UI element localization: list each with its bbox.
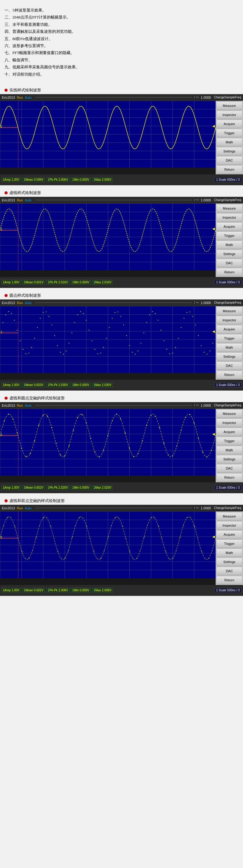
run-label: Run [17, 96, 23, 99]
svg-point-174 [112, 420, 113, 421]
svg-point-236 [43, 517, 44, 518]
scope-btn-acquire[interactable]: Acquire [216, 222, 242, 231]
scope-btn-return[interactable]: Return [216, 268, 242, 276]
scope-btn-trigger[interactable]: Trigger [216, 334, 242, 343]
svg-point-261 [104, 550, 104, 551]
scope-btn-settings[interactable]: Settings [216, 352, 242, 361]
svg-point-264 [111, 525, 112, 526]
scope-btn-inspector[interactable]: Inspector [216, 521, 242, 530]
svg-point-179 [133, 456, 134, 457]
stat-cell: 1Mean 0.602V [22, 485, 45, 490]
svg-point-121 [192, 316, 193, 316]
scope-btn-dac[interactable]: DAC [216, 156, 242, 165]
stat-cell: 1Mean 0.603V [22, 382, 45, 388]
stat-cell: 1Min 0.000V [71, 177, 91, 182]
scope-btn-trigger[interactable]: Trigger [216, 539, 242, 548]
svg-point-123 [198, 335, 199, 336]
scope-btn-dac[interactable]: DAC [216, 259, 242, 267]
svg-point-231 [32, 550, 33, 551]
scope-btn-inspector[interactable]: Inspector [216, 418, 242, 427]
scope-btn-settings[interactable]: Settings [216, 147, 242, 155]
svg-point-117 [181, 327, 181, 328]
svg-point-239 [51, 526, 51, 527]
scope-btn-acquire[interactable]: Acquire [216, 530, 242, 539]
scope-btn-return[interactable]: Return [216, 371, 242, 379]
trigger-marker: ◄ [211, 226, 216, 231]
stat-cell: 1Min 0.000V [71, 485, 91, 490]
svg-point-241 [57, 550, 58, 551]
scope-btn-trigger[interactable]: Trigger [216, 129, 242, 137]
scope-btn-trigger[interactable]: Trigger [216, 437, 242, 445]
svg-point-283 [158, 525, 158, 526]
run-label: Run [17, 301, 23, 305]
scope-btn-acquire[interactable]: Acquire [216, 120, 242, 128]
scope-header: Eric2013 Run Auto / 〜 1.0000 ChangeSampl… [0, 300, 243, 306]
svg-point-153 [21, 448, 22, 448]
scope-btn-return[interactable]: Return [216, 576, 242, 584]
scope-btn-measure[interactable]: Measure [216, 512, 242, 521]
scope-scale: 1 Scale 500ns / 3 [214, 485, 242, 490]
scope-btn-settings[interactable]: Settings [216, 455, 242, 463]
header-bar [35, 507, 192, 508]
svg-point-247 [72, 538, 72, 538]
scope-btn-math[interactable]: Math [216, 241, 242, 249]
svg-point-127 [210, 350, 210, 351]
auto-label: Auto [25, 198, 32, 202]
intro-section [0, 0, 243, 7]
svg-point-298 [194, 525, 194, 526]
scope-screen: ◄ 1 [0, 512, 216, 578]
svg-point-156 [34, 440, 35, 441]
stat-cell: 1Min 0.000V [71, 280, 91, 285]
svg-point-306 [212, 550, 212, 551]
scope-btn-measure[interactable]: Measure [216, 409, 242, 418]
scope-btn-acquire[interactable]: Acquire [216, 325, 242, 334]
scope-btn-measure[interactable]: Measure [216, 101, 242, 110]
scope-btn-dac[interactable]: DAC [216, 362, 242, 370]
svg-point-301 [201, 550, 202, 551]
svg-point-297 [190, 518, 191, 518]
intro-item-7: 八、幅值调节。 [0, 57, 243, 63]
scope-btn-acquire[interactable]: Acquire [216, 428, 242, 436]
scope-btn-measure[interactable]: Measure [216, 204, 242, 213]
scope-btn-settings[interactable]: Settings [216, 558, 242, 566]
scope-btn-measure[interactable]: Measure [216, 307, 242, 315]
svg-point-249 [75, 525, 76, 526]
svg-point-272 [130, 552, 130, 552]
scope-screen: ◄ 1 [0, 306, 216, 373]
bullet-panel3: 圆点样式绘制波形 [5, 293, 238, 298]
svg-point-164 [69, 445, 69, 446]
svg-point-289 [172, 558, 173, 559]
svg-point-193 [194, 423, 195, 423]
scope-btn-settings[interactable]: Settings [216, 250, 242, 258]
svg-point-229 [29, 558, 29, 559]
svg-point-294 [183, 525, 184, 526]
scope-btn-math[interactable]: Math [216, 138, 242, 146]
scope-btn-math[interactable]: Math [216, 549, 242, 557]
svg-point-245 [65, 558, 66, 558]
stat-cell: 1Pk-Pk 2.020V [46, 485, 69, 490]
scope-btn-dac[interactable]: DAC [216, 567, 242, 575]
svg-point-126 [207, 354, 207, 354]
stat-cell: 1Min 0.000V [71, 588, 91, 593]
scope-btn-return[interactable]: Return [216, 473, 242, 482]
scope-btn-trigger[interactable]: Trigger [216, 231, 242, 240]
scope-btn-dac[interactable]: DAC [216, 464, 242, 472]
scope-btn-math[interactable]: Math [216, 446, 242, 454]
scope-btn-math[interactable]: Math [216, 343, 242, 352]
ch-amp: 1Amp 1.00V [1, 382, 21, 388]
svg-point-167 [82, 414, 82, 415]
scope-btn-inspector[interactable]: Inspector [216, 111, 242, 119]
svg-point-155 [30, 453, 31, 454]
bullet-label: 虚线和圆点交融的样式绘制波形 [9, 396, 65, 401]
waveform-svg [0, 306, 216, 373]
intro-items: 一、5种波形显示效果。二、2048点浮点FFT计算的幅频显示。三、水平和垂直测量… [0, 7, 243, 78]
scope-btn-inspector[interactable]: Inspector [216, 213, 242, 222]
brand-label: Eric2013 [2, 198, 15, 202]
scope-btn-return[interactable]: Return [216, 165, 242, 174]
svg-point-273 [133, 558, 133, 559]
svg-point-220 [7, 518, 8, 518]
svg-point-90 [103, 347, 104, 348]
scope-btn-inspector[interactable]: Inspector [216, 316, 242, 324]
svg-point-80 [74, 322, 75, 323]
svg-point-223 [14, 525, 14, 526]
